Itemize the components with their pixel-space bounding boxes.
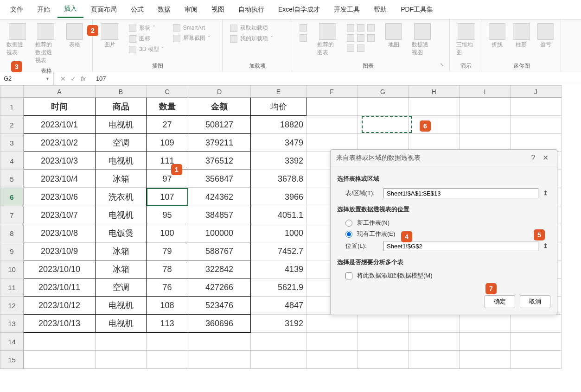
cell-C10[interactable]: 78: [147, 260, 188, 278]
ribbon-tab-11[interactable]: 帮助: [367, 2, 393, 18]
cell-A1[interactable]: 时间: [24, 98, 96, 116]
chevron-down-icon[interactable]: ▼: [45, 76, 50, 81]
btn-3d-model[interactable]: 3D 模型 ˇ: [127, 44, 166, 54]
btn-my-addins[interactable]: 我的加载项 ˇ: [228, 34, 286, 44]
cell-D14[interactable]: [188, 333, 251, 351]
cell-A2[interactable]: 2023/10/1: [24, 116, 96, 134]
chart-ico-icon[interactable]: [300, 34, 307, 42]
cell-D8[interactable]: 100000: [188, 224, 251, 242]
cell-A11[interactable]: 2023/10/11: [24, 278, 96, 297]
col-header-C[interactable]: C: [147, 86, 188, 98]
col-header-A[interactable]: A: [24, 86, 96, 98]
cell-C9[interactable]: 79: [147, 242, 188, 260]
cell-G15[interactable]: [358, 351, 409, 369]
row-header-6[interactable]: 6: [0, 188, 24, 206]
select-all-corner[interactable]: [0, 86, 24, 98]
cell-C13[interactable]: 113: [147, 315, 188, 333]
cell-D5[interactable]: 356847: [188, 170, 251, 188]
cell-E4[interactable]: 3392: [251, 152, 306, 170]
col-header-E[interactable]: E: [251, 86, 306, 98]
cell-F13[interactable]: [306, 315, 358, 333]
cell-F15[interactable]: [306, 351, 358, 369]
cell-A15[interactable]: [24, 351, 96, 369]
cell-H14[interactable]: [409, 333, 460, 351]
row-header-4[interactable]: 4: [0, 152, 24, 170]
col-header-D[interactable]: D: [188, 86, 251, 98]
chart-combo-icon[interactable]: [367, 34, 375, 42]
cell-J15[interactable]: [511, 351, 562, 369]
btn-sparkline-winloss[interactable]: 盈亏: [535, 21, 557, 51]
cell-I2[interactable]: [460, 116, 511, 134]
chart-surface-icon[interactable]: [357, 44, 364, 52]
row-header-1[interactable]: 1: [0, 98, 24, 116]
cell-J14[interactable]: [511, 333, 562, 351]
cell-B15[interactable]: [96, 351, 147, 369]
row-header-3[interactable]: 3: [0, 134, 24, 152]
row-header-5[interactable]: 5: [0, 170, 24, 188]
cell-C2[interactable]: 27: [147, 116, 188, 134]
col-header-I[interactable]: I: [460, 86, 511, 98]
cell-B8[interactable]: 电饭煲: [96, 224, 147, 242]
checkbox-data-model[interactable]: [345, 272, 352, 279]
cell-D10[interactable]: 322842: [188, 260, 251, 278]
ribbon-tab-8[interactable]: 自动执行: [232, 2, 271, 18]
cell-G1[interactable]: [358, 98, 409, 116]
cell-H15[interactable]: [409, 351, 460, 369]
col-header-G[interactable]: G: [358, 86, 409, 98]
cell-B10[interactable]: 冰箱: [96, 260, 147, 278]
chart-bar-icon[interactable]: [347, 24, 354, 32]
chart-dialog-launcher[interactable]: ⤡: [440, 62, 446, 67]
btn-sparkline-col[interactable]: 柱形: [510, 21, 532, 51]
cell-C8[interactable]: 100: [147, 224, 188, 242]
radio-existing-sheet[interactable]: [345, 231, 352, 238]
cell-H2[interactable]: [409, 116, 460, 134]
col-header-J[interactable]: J: [511, 86, 562, 98]
radio-new-sheet[interactable]: [345, 220, 352, 227]
cell-C1[interactable]: 数量: [147, 98, 188, 116]
cell-E5[interactable]: 3678.8: [251, 170, 306, 188]
cell-G14[interactable]: [358, 333, 409, 351]
ok-button[interactable]: 确定: [485, 295, 515, 308]
ribbon-tab-4[interactable]: 公式: [124, 2, 150, 18]
cell-I15[interactable]: [460, 351, 511, 369]
cell-E8[interactable]: 1000: [251, 224, 306, 242]
row-header-15[interactable]: 15: [0, 351, 24, 369]
spreadsheet-grid[interactable]: ABCDEFGHIJ1时间商品数量金额均价22023/10/1电视机275081…: [0, 85, 581, 369]
cell-B13[interactable]: 电视机: [96, 315, 147, 333]
cell-A8[interactable]: 2023/10/8: [24, 224, 96, 242]
ribbon-tab-12[interactable]: PDF工具集: [394, 2, 440, 18]
row-header-7[interactable]: 7: [0, 206, 24, 224]
cell-J13[interactable]: [511, 315, 562, 333]
cell-C14[interactable]: [147, 333, 188, 351]
ribbon-tab-6[interactable]: 审阅: [178, 2, 204, 18]
cell-B3[interactable]: 空调: [96, 134, 147, 152]
ribbon-tab-2[interactable]: 插入: [57, 1, 83, 18]
cell-C11[interactable]: 76: [147, 278, 188, 297]
cell-F2[interactable]: [306, 116, 358, 134]
btn-shapes[interactable]: 形状 ˇ: [127, 23, 166, 33]
cell-E1[interactable]: 均价: [251, 98, 306, 116]
cell-B11[interactable]: 空调: [96, 278, 147, 297]
ribbon-tab-0[interactable]: 文件: [4, 2, 30, 18]
cell-C3[interactable]: 109: [147, 134, 188, 152]
cell-E9[interactable]: 7452.7: [251, 242, 306, 260]
btn-sparkline-line[interactable]: 折线: [486, 21, 508, 51]
cell-F14[interactable]: [306, 333, 358, 351]
cell-A7[interactable]: 2023/10/7: [24, 206, 96, 224]
btn-recommended-charts[interactable]: 推荐的图表: [314, 21, 341, 58]
btn-screenshot[interactable]: 屏幕截图 ˇ: [171, 33, 212, 43]
row-header-11[interactable]: 11: [0, 278, 24, 297]
row-header-13[interactable]: 13: [0, 315, 24, 333]
ribbon-tab-3[interactable]: 页面布局: [84, 2, 123, 18]
cell-I1[interactable]: [460, 98, 511, 116]
cell-C7[interactable]: 95: [147, 206, 188, 224]
cancel-button[interactable]: 取消: [520, 295, 550, 308]
cell-E11[interactable]: 5621.9: [251, 278, 306, 297]
cell-A6[interactable]: 2023/10/6: [24, 188, 96, 206]
cell-C15[interactable]: [147, 351, 188, 369]
chart-stat-icon[interactable]: [357, 34, 364, 42]
formula-input[interactable]: 107: [92, 75, 581, 82]
cell-A3[interactable]: 2023/10/2: [24, 134, 96, 152]
cell-I14[interactable]: [460, 333, 511, 351]
chart-pie-icon[interactable]: [367, 24, 375, 32]
